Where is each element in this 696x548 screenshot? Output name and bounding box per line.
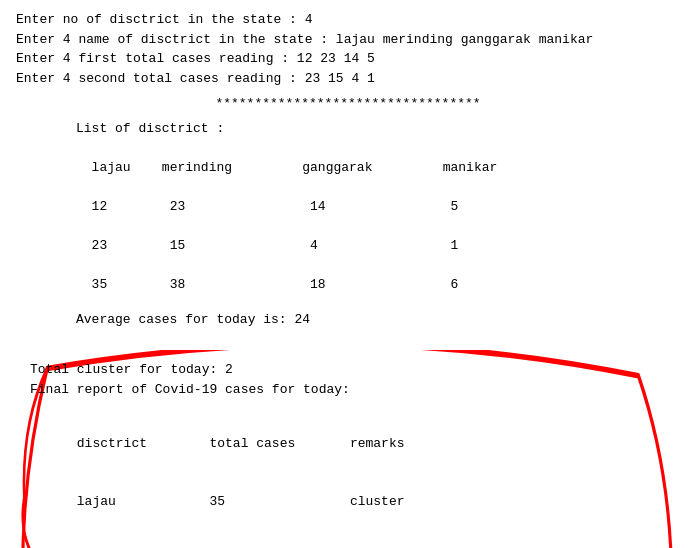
val-3-2: 38 — [170, 277, 310, 292]
separator: ********************************** — [16, 96, 680, 111]
report-row-merinding: merinding 38 cluster — [30, 531, 666, 548]
val-3-1: 35 — [92, 277, 170, 292]
input-line-2: Enter 4 name of disctrict in the state :… — [16, 30, 680, 50]
rpt-lajau-remark: cluster — [350, 494, 405, 509]
total-cluster-line: Total cluster for today: 2 — [30, 360, 666, 380]
circled-region: Total cluster for today: 2 Final report … — [16, 350, 680, 548]
rpt-lajau-total: 35 — [209, 494, 349, 509]
val-1-3: 14 — [310, 199, 450, 214]
val-3-4: 6 — [451, 277, 459, 292]
col-district: disctrict — [77, 436, 210, 451]
rpt-lajau-name: lajau — [77, 494, 210, 509]
district-merinding: merinding — [162, 160, 302, 175]
val-3-3: 18 — [310, 277, 450, 292]
report-col-headers: disctrict total cases remarks — [30, 414, 666, 473]
district-names-row: lajau merinding ganggarak manikar — [76, 139, 680, 178]
district-manikar: manikar — [443, 160, 498, 175]
district-ganggarak: ganggarak — [302, 160, 442, 175]
val-2-2: 15 — [170, 238, 310, 253]
input-line-1: Enter no of disctrict in the state : 4 — [16, 10, 680, 30]
report-row-lajau: lajau 35 cluster — [30, 473, 666, 532]
data-row-3: 35 38 18 6 — [76, 256, 680, 295]
input-line-4: Enter 4 second total cases reading : 23 … — [16, 69, 680, 89]
val-1-2: 23 — [170, 199, 310, 214]
val-2-4: 1 — [451, 238, 459, 253]
data-row-2: 23 15 4 1 — [76, 217, 680, 256]
val-2-3: 4 — [310, 238, 450, 253]
list-header: List of disctrict : — [76, 119, 680, 139]
val-2-1: 23 — [92, 238, 170, 253]
final-report-line: Final report of Covid-19 cases for today… — [30, 380, 666, 400]
val-1-4: 5 — [451, 199, 459, 214]
data-row-1: 12 23 14 5 — [76, 178, 680, 217]
col-total: total cases — [209, 436, 349, 451]
district-lajau: lajau — [92, 160, 162, 175]
val-1-1: 12 — [92, 199, 170, 214]
col-remarks: remarks — [350, 436, 405, 451]
input-line-3: Enter 4 first total cases reading : 12 2… — [16, 49, 680, 69]
average-line: Average cases for today is: 24 — [76, 310, 680, 330]
